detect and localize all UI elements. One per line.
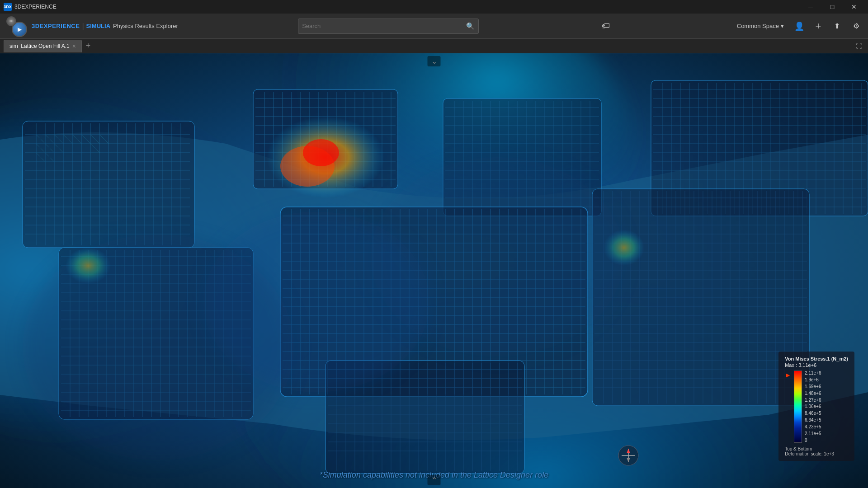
legend-value-10: 0 — [805, 438, 821, 443]
color-legend: Von Mises Stress.1 (N_m2) Max : 3.11e+6 … — [778, 352, 854, 461]
search-input[interactable] — [302, 23, 466, 29]
module-name: SIMULIA — [86, 23, 110, 29]
legend-value-8: 4.23e+5 — [805, 424, 821, 429]
legend-value-6: 8.46e+5 — [805, 411, 821, 416]
legend-value-2: 1.69e+6 — [805, 384, 821, 389]
window-title: 3DEXPERIENCE — [14, 4, 57, 10]
simulation-viewport[interactable]: ⌄ ⌃ Von Mises Stress.1 (N_m2) Max : 3.11… — [0, 53, 868, 488]
titlebar: 3DX 3DEXPERIENCE ─ □ ✕ — [0, 0, 868, 14]
minimize-button[interactable]: ─ — [800, 0, 821, 14]
brand-logo: 3D ▶ 3DEXPERIENCE | SIMULIA Physics Resu… — [5, 14, 178, 38]
search-button[interactable]: 🔍 — [466, 22, 475, 30]
legend-gradient — [794, 371, 802, 443]
legend-value-7: 6.34e+5 — [805, 418, 821, 422]
svg-point-76 — [303, 139, 339, 166]
main-toolbar: 3D ▶ 3DEXPERIENCE | SIMULIA Physics Resu… — [0, 14, 868, 39]
legend-max: Max : 3.11e+6 — [785, 362, 848, 368]
legend-value-0: 2.11e+6 — [805, 371, 821, 375]
legend-value-9: 2.11e+5 — [805, 431, 821, 436]
simulation-canvas — [0, 53, 868, 488]
search-icon: 🔍 — [466, 22, 475, 30]
legend-bar: ► 2.11e+6 1.9e+6 1.69e+6 1.48e+6 1.27e+6… — [785, 371, 848, 443]
chevron-down-icon: ▾ — [781, 23, 784, 29]
legend-value-4: 1.27e+6 — [805, 398, 821, 403]
user-button[interactable]: 👤 — [792, 19, 807, 33]
add-icon: + — [816, 20, 821, 32]
collapse-bottom-button[interactable]: ⌃ — [428, 475, 441, 485]
bookmark-icon: 🏷 — [602, 21, 610, 31]
add-tab-button[interactable]: + — [83, 41, 94, 52]
app-icon: 3DX — [4, 3, 12, 11]
brand-name: 3DEXPERIENCE — [32, 23, 80, 29]
user-icon: 👤 — [794, 21, 804, 31]
app-icon-wrapper: 3D ▶ — [5, 14, 28, 38]
close-button[interactable]: ✕ — [844, 0, 864, 14]
legend-footer-line2: Deformation scale: 1e+3 — [785, 451, 848, 456]
maximize-button[interactable]: □ — [822, 0, 843, 14]
tab-close-button[interactable]: × — [72, 42, 76, 50]
fullscreen-icon: ⛶ — [856, 42, 862, 50]
legend-value-5: 1.06e+6 — [805, 404, 821, 409]
window-controls: ─ □ ✕ — [800, 0, 864, 14]
legend-value-1: 1.9e+6 — [805, 377, 821, 382]
titlebar-left: 3DX 3DEXPERIENCE — [4, 3, 57, 11]
share-icon: ⬆ — [834, 22, 840, 30]
toolbar-right: Common Space ▾ 👤 + ⬆ ⚙ — [733, 19, 863, 33]
share-button[interactable]: ⬆ — [830, 19, 844, 33]
collapse-top-button[interactable]: ⌄ — [428, 56, 441, 66]
settings-button[interactable]: ⚙ — [849, 19, 863, 33]
legend-title: Von Mises Stress.1 (N_m2) — [785, 356, 848, 361]
legend-footer-line1: Top & Bottom — [785, 446, 848, 451]
legend-arrow: ► — [785, 371, 791, 379]
legend-labels: 2.11e+6 1.9e+6 1.69e+6 1.48e+6 1.27e+6 1… — [805, 371, 821, 443]
ds-logo: 3D — [6, 16, 16, 26]
common-space-button[interactable]: Common Space ▾ — [733, 21, 788, 31]
svg-point-319 — [371, 157, 624, 356]
submodule-name: Physics Results Explorer — [113, 23, 178, 29]
fullscreen-button[interactable]: ⛶ — [854, 41, 864, 52]
add-button[interactable]: + — [811, 19, 826, 33]
legend-value-3: 1.48e+6 — [805, 391, 821, 396]
active-tab[interactable]: sim_Lattice Open Fill A.1 × — [4, 40, 82, 52]
common-space-label: Common Space — [737, 23, 779, 29]
settings-icon: ⚙ — [853, 22, 859, 30]
svg-point-318 — [23, 234, 294, 460]
brand-separator: | — [82, 22, 84, 30]
search-bar: 🔍 — [298, 19, 479, 34]
tabbar: sim_Lattice Open Fill A.1 × + ⛶ — [0, 39, 868, 53]
legend-footer: Top & Bottom Deformation scale: 1e+3 — [785, 446, 848, 456]
tab-label: sim_Lattice Open Fill A.1 — [9, 43, 70, 49]
bookmark-button[interactable]: 🏷 — [599, 19, 613, 33]
